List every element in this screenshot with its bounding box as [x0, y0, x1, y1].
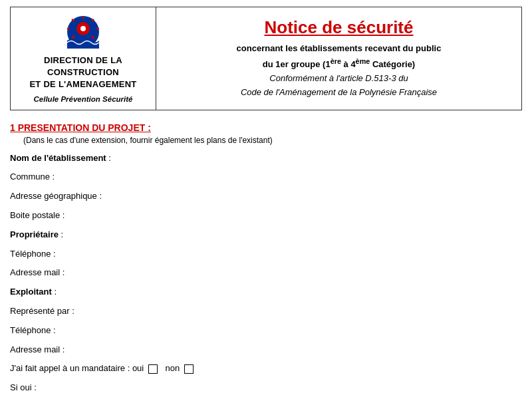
field-proprietaire: Propriétaire : — [10, 228, 522, 242]
field-nom-etablissement: Nom de l'établissement : — [10, 152, 522, 166]
checkbox-non[interactable] — [184, 364, 194, 374]
org-sub: Cellule Prévention Sécurité — [34, 95, 133, 103]
svg-point-9 — [80, 26, 86, 31]
field-represente-par: Représenté par : — [10, 305, 522, 319]
logo-box: DIRECTION DE LA CONSTRUCTION ET DE L'AME… — [10, 7, 156, 110]
section-note: (Dans le cas d'une extension, fournir ég… — [10, 136, 522, 145]
header: DIRECTION DE LA CONSTRUCTION ET DE L'AME… — [10, 7, 522, 110]
checkbox-oui[interactable] — [148, 364, 158, 374]
field-adresse-mail-1: Adresse mail : — [10, 266, 522, 280]
field-mandataire: J'ai fait appel à un mandataire : oui no… — [10, 362, 522, 376]
section-title: 1 PRESENTATION DU PROJET : — [10, 122, 522, 133]
field-commune: Commune : — [10, 170, 522, 184]
field-boite-postale: Boite postale : — [10, 209, 522, 223]
field-exploitant: Exploitant : — [10, 285, 522, 299]
field-adresse-geo: Adresse géographique : — [10, 190, 522, 203]
notice-box: Notice de sécurité concernant les établi… — [156, 7, 522, 110]
section-1: 1 PRESENTATION DU PROJET : (Dans le cas … — [10, 122, 522, 395]
field-adresse-mail-2: Adresse mail : — [10, 343, 522, 357]
org-name: DIRECTION DE LA CONSTRUCTION ET DE L'AME… — [29, 55, 136, 91]
field-si-oui: Si oui : — [10, 381, 522, 395]
field-telephone-1: Téléphone : — [10, 247, 522, 261]
field-telephone-2: Téléphone : — [10, 324, 522, 338]
logo-emblem — [60, 14, 106, 51]
notice-title: Notice de sécurité — [265, 17, 414, 38]
notice-subtitle: concernant les établissements recevant d… — [237, 42, 442, 100]
